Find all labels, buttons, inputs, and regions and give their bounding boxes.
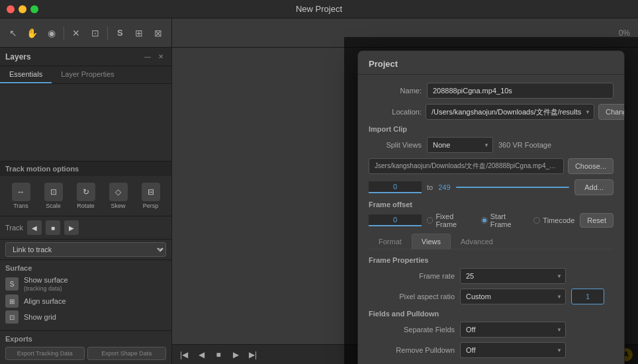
tool-grid[interactable]: ⊞: [131, 24, 148, 42]
tool-grid2[interactable]: ⊠: [150, 24, 166, 42]
radio-fixed-dot: [427, 217, 433, 224]
fields-pulldown-header: Fields and Pulldown: [369, 310, 614, 318]
pixel-aspect-select[interactable]: Custom: [460, 289, 566, 304]
tool-hand[interactable]: ✋: [24, 24, 41, 42]
panel-minimize-btn[interactable]: —: [142, 52, 153, 62]
minimize-button[interactable]: [19, 5, 26, 13]
range-to-label: to: [427, 183, 433, 191]
show-grid-icon: ⊡: [5, 310, 19, 324]
project-dialog: Project Name: Location: /Users/kangshaoj…: [357, 50, 625, 364]
radio-group: Fixed Frame Start Frame Timecode: [427, 212, 574, 228]
persp-label: Persp: [143, 203, 159, 209]
remove-pulldown-wrapper: Off: [460, 342, 566, 358]
remove-pulldown-row: Remove Pulldown Off: [369, 342, 614, 358]
range-end-value: 249: [438, 183, 450, 191]
location-select-wrapper: /Users/kangshaojun/Downloads/文件盘/results: [426, 104, 594, 120]
maximize-button[interactable]: [30, 5, 38, 13]
dialog-title: Project: [358, 51, 624, 75]
name-row: Name:: [369, 83, 614, 99]
add-button[interactable]: Add...: [574, 179, 614, 195]
link-to-track-select[interactable]: Link to track: [5, 242, 166, 257]
pixel-aspect-label: Pixel aspect ratio: [369, 293, 455, 300]
location-row: Location: /Users/kangshaojun/Downloads/文…: [369, 104, 614, 120]
sub-tab-views[interactable]: Views: [412, 234, 451, 250]
remove-pulldown-label: Remove Pulldown: [369, 346, 455, 354]
sub-tab-advanced[interactable]: Advanced: [451, 234, 503, 250]
split-views-label: Split Views: [369, 141, 422, 149]
range-start-input[interactable]: [369, 181, 422, 193]
layers-panel-header: Layers — ✕: [0, 48, 171, 66]
motion-skew[interactable]: ◇ Skew: [103, 180, 134, 212]
export-shape-btn[interactable]: Export Shape Data: [87, 347, 167, 360]
tool-circle[interactable]: ◉: [43, 24, 60, 42]
tool-cross[interactable]: ✕: [68, 24, 85, 42]
range-row: to 249 Add...: [369, 179, 614, 195]
right-area: 0% Project Name: Location:: [172, 19, 638, 364]
play-back-start-btn[interactable]: |◀: [177, 348, 191, 361]
show-surface-btn[interactable]: Show surface(tracking data): [24, 276, 68, 292]
radio-fixed-frame[interactable]: Fixed Frame: [427, 212, 473, 228]
align-surface-row: ⊞ Align surface: [5, 295, 166, 308]
sub-tab-bar: Format Views Advanced: [369, 234, 614, 250]
track-label: Track: [5, 224, 23, 232]
sidebar-tab-bar: Essentials Layer Properties: [0, 66, 171, 84]
track-forward-btn[interactable]: ▶: [64, 220, 79, 235]
motion-trans[interactable]: ↔ Trans: [5, 180, 36, 212]
align-surface-btn[interactable]: Align surface: [24, 297, 66, 305]
track-back-btn[interactable]: ◀: [27, 220, 42, 235]
track-motion-header: Track motion options: [0, 161, 171, 176]
split-views-wrapper: None: [427, 137, 493, 153]
motion-scale[interactable]: ⊡ Scale: [38, 180, 69, 212]
skew-label: Skew: [111, 203, 125, 209]
close-button[interactable]: [7, 5, 15, 13]
motion-persp[interactable]: ⊟ Persp: [135, 180, 166, 212]
exports-title: Exports: [5, 335, 166, 343]
window-controls: [7, 5, 38, 13]
panel-close-btn[interactable]: ✕: [156, 52, 166, 62]
frame-rate-select[interactable]: 25: [460, 268, 566, 284]
tool-transform[interactable]: ⊡: [87, 24, 104, 42]
show-surface-row: S Show surface(tracking data): [5, 276, 166, 292]
play-back-btn[interactable]: ◀: [195, 348, 208, 361]
link-to-track-wrapper: Link to track: [5, 242, 166, 257]
scale-label: Scale: [46, 203, 61, 209]
show-grid-btn[interactable]: Show grid: [24, 313, 56, 321]
change-button[interactable]: Change...: [598, 104, 625, 120]
play-forward-btn[interactable]: ▶: [229, 348, 242, 361]
track-stop-btn[interactable]: ■: [46, 220, 60, 235]
location-select[interactable]: /Users/kangshaojun/Downloads/文件盘/results: [426, 104, 594, 120]
frame-rate-label: Frame rate: [369, 272, 455, 280]
tab-layer-properties[interactable]: Layer Properties: [52, 66, 124, 83]
tool-s[interactable]: S: [112, 24, 128, 42]
frame-offset-label: Frame offset: [369, 201, 614, 208]
pixel-aspect-input[interactable]: [571, 289, 604, 304]
tab-essentials[interactable]: Essentials: [0, 66, 52, 83]
export-tracking-btn[interactable]: Export Tracking Data: [5, 347, 85, 360]
name-input[interactable]: [427, 83, 614, 99]
sub-tab-format[interactable]: Format: [369, 234, 412, 250]
pixel-aspect-row: Pixel aspect ratio Custom: [369, 289, 614, 304]
split-views-select[interactable]: None: [427, 137, 493, 153]
reset-button[interactable]: Reset: [580, 213, 614, 228]
radio-start-dot: [481, 217, 487, 224]
radio-timecode[interactable]: Timecode: [533, 216, 574, 224]
separate-fields-select[interactable]: Off: [460, 322, 566, 338]
footage-label: 360 VR Footage: [498, 141, 551, 149]
remove-pulldown-select[interactable]: Off: [460, 342, 566, 358]
name-label: Name:: [369, 87, 422, 95]
toolbar-separator-2: [107, 26, 108, 40]
stop-btn[interactable]: ■: [212, 348, 225, 361]
titlebar: New Project: [0, 0, 638, 19]
frame-offset-input[interactable]: [369, 214, 422, 226]
separate-fields-row: Separate Fields Off: [369, 322, 614, 338]
frame-rate-row: Frame rate 25: [369, 268, 614, 284]
dialog-body: Name: Location: /Users/kangshaojun/Downl…: [358, 75, 624, 364]
align-surface-icon: ⊞: [5, 295, 19, 308]
window-title: New Project: [296, 4, 342, 14]
choose-button[interactable]: Choose...: [568, 158, 614, 174]
tool-arrow[interactable]: ↖: [5, 24, 22, 42]
motion-rotate[interactable]: ↻ Rotate: [70, 180, 101, 212]
play-forward-end-btn[interactable]: ▶|: [246, 348, 259, 361]
separate-fields-wrapper: Off: [460, 322, 566, 338]
radio-start-frame[interactable]: Start Frame: [481, 212, 525, 228]
